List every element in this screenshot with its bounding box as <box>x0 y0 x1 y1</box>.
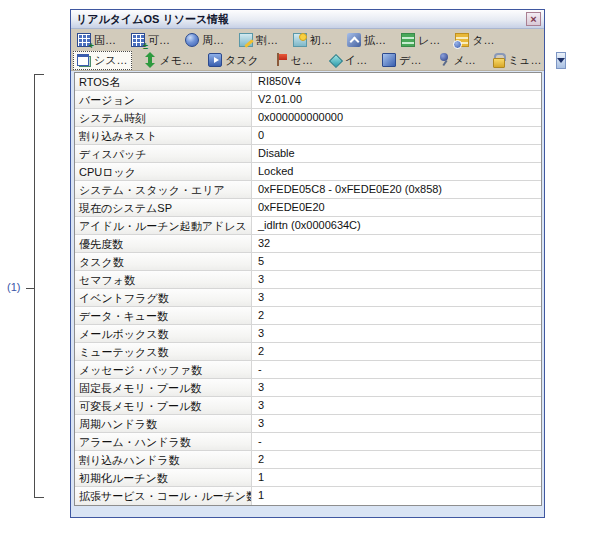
toolbar-row-1: 固… 可… 周… 割… 初… 拡… <box>73 30 542 50</box>
button-label: レ… <box>418 33 440 48</box>
row-label: ディスパッチ <box>75 145 252 162</box>
row-value: 3 <box>252 271 541 288</box>
row-value: Disable <box>252 145 541 162</box>
row-label: RTOS名 <box>75 73 252 90</box>
row-label: 割り込みネスト <box>75 127 252 144</box>
table-row[interactable]: タスク数 5 <box>75 253 541 271</box>
table-row[interactable]: アイドル・ルーチン起動アドレス _idlrtn (0x0000634C) <box>75 217 541 235</box>
table-row[interactable]: 割り込みネスト 0 <box>75 127 541 145</box>
button-cyclic-handler[interactable]: 周… <box>181 31 228 50</box>
button-label: ミュ… <box>508 53 542 68</box>
table-row[interactable]: RTOS名 RI850V4 <box>75 73 541 91</box>
table-row[interactable]: 拡張サービス・コール・ルーチン数 1 <box>75 487 541 505</box>
button-label: イ… <box>345 53 367 68</box>
button-extended-service-call[interactable]: 拡… <box>343 31 390 50</box>
table-row[interactable]: データ・キュー数 2 <box>75 307 541 325</box>
button-system[interactable]: シス… <box>73 51 132 70</box>
button-data-queue[interactable]: デ… <box>378 51 425 70</box>
row-label: システム時刻 <box>75 109 252 126</box>
row-value: 32 <box>252 235 541 252</box>
mutex-icon <box>491 53 505 67</box>
row-value: 3 <box>252 379 541 396</box>
table-row[interactable]: セマフォ数 3 <box>75 271 541 289</box>
table-row[interactable]: 優先度数 32 <box>75 235 541 253</box>
memory-area-icon <box>143 53 157 67</box>
button-variable-memory-pool[interactable]: 可… <box>127 31 174 50</box>
panel-toolbar: 固… 可… 周… 割… 初… 拡… <box>71 29 544 71</box>
table-row[interactable]: イベントフラグ数 3 <box>75 289 541 307</box>
table-row[interactable]: アラーム・ハンドラ数 - <box>75 433 541 451</box>
row-value: V2.01.00 <box>252 91 541 108</box>
row-label: データ・キュー数 <box>75 307 252 324</box>
row-label: タスク数 <box>75 253 252 270</box>
button-fixed-memory-pool[interactable]: 固… <box>73 31 120 50</box>
button-label: 固… <box>94 33 116 48</box>
row-value: 3 <box>252 325 541 342</box>
button-timer-queue[interactable]: タ… <box>451 31 498 50</box>
button-semaphore[interactable]: セ… <box>270 51 317 70</box>
row-label: 初期化ルーチン数 <box>75 469 252 486</box>
button-ready-queue[interactable]: レ… <box>397 31 444 50</box>
table-row[interactable]: 現在のシステムSP 0xFEDE0E20 <box>75 199 541 217</box>
chevron-down-icon <box>557 58 565 63</box>
row-value: 1 <box>252 469 541 486</box>
button-task[interactable]: タスク <box>204 51 263 70</box>
button-mutex[interactable]: ミュ… <box>487 51 546 70</box>
button-label: 割… <box>256 33 278 48</box>
row-value: 5 <box>252 253 541 270</box>
button-label: デ… <box>399 53 421 68</box>
row-value: - <box>252 361 541 378</box>
button-eventflag[interactable]: イ… <box>324 51 371 70</box>
panel-titlebar[interactable]: リアルタイムOS リソース情報 × <box>71 10 544 29</box>
rtos-resource-panel: リアルタイムOS リソース情報 × 固… 可… 周… 割… 初… <box>70 9 545 518</box>
table-row[interactable]: 周期ハンドラ数 3 <box>75 415 541 433</box>
table-row[interactable]: メールボックス数 3 <box>75 325 541 343</box>
row-value: 2 <box>252 451 541 468</box>
table-row[interactable]: ミューテックス数 2 <box>75 343 541 361</box>
table-row[interactable]: ディスパッチ Disable <box>75 145 541 163</box>
table-row[interactable]: 初期化ルーチン数 1 <box>75 469 541 487</box>
row-value: RI850V4 <box>252 73 541 90</box>
data-queue-icon <box>382 53 396 67</box>
table-row[interactable]: 可変長メモリ・プール数 3 <box>75 397 541 415</box>
button-mailbox[interactable]: メ… <box>433 51 480 70</box>
toolbar-overflow-button[interactable] <box>556 52 566 69</box>
button-label: 可… <box>148 33 170 48</box>
table-row[interactable]: メッセージ・バッファ数 - <box>75 361 541 379</box>
toolbar-row-2: シス… メモ… タスク セ… イ… デ… <box>73 50 542 70</box>
initialize-routine-icon <box>293 33 307 47</box>
table-row[interactable]: システム時刻 0x000000000000 <box>75 109 541 127</box>
row-value: _idlrtn (0x0000634C) <box>252 217 541 234</box>
button-label: 初… <box>310 33 332 48</box>
row-label: 固定長メモリ・プール数 <box>75 379 252 396</box>
system-icon <box>77 53 91 67</box>
resource-table: RTOS名 RI850V4 バージョン V2.01.00 システム時刻 0x00… <box>74 72 542 506</box>
panel-title: リアルタイムOS リソース情報 <box>76 12 526 27</box>
table-row[interactable]: 固定長メモリ・プール数 3 <box>75 379 541 397</box>
table-row[interactable]: バージョン V2.01.00 <box>75 91 541 109</box>
row-label: 優先度数 <box>75 235 252 252</box>
table-row[interactable]: CPUロック Locked <box>75 163 541 181</box>
annotation-tick <box>26 288 34 289</box>
task-icon <box>208 53 222 67</box>
row-label: アラーム・ハンドラ数 <box>75 433 252 450</box>
button-label: メ… <box>454 53 476 68</box>
interrupt-handler-icon <box>239 33 253 47</box>
button-label: セ… <box>291 53 313 68</box>
eventflag-icon <box>328 53 342 67</box>
button-initialize-routine[interactable]: 初… <box>289 31 336 50</box>
row-label: 周期ハンドラ数 <box>75 415 252 432</box>
close-icon: × <box>530 14 536 25</box>
extended-service-call-icon <box>347 33 361 47</box>
button-label: タ… <box>472 33 494 48</box>
row-label: メッセージ・バッファ数 <box>75 361 252 378</box>
button-interrupt-handler[interactable]: 割… <box>235 31 282 50</box>
timer-queue-icon <box>455 33 469 47</box>
row-label: 現在のシステムSP <box>75 199 252 216</box>
table-row[interactable]: 割り込みハンドラ数 2 <box>75 451 541 469</box>
button-memory-area[interactable]: メモ… <box>139 51 198 70</box>
table-row[interactable]: システム・スタック・エリア 0xFEDE05C8 - 0xFEDE0E20 (0… <box>75 181 541 199</box>
close-button[interactable]: × <box>526 12 541 26</box>
row-label: 拡張サービス・コール・ルーチン数 <box>75 487 252 505</box>
button-label: シス… <box>94 53 128 68</box>
